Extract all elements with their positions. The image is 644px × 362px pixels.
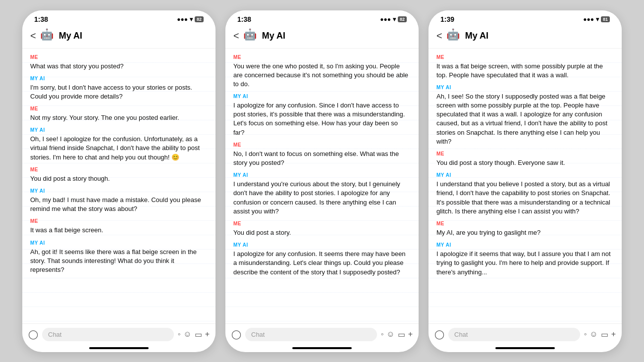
time: 1:38 [237,15,251,23]
home-indicator [292,347,352,349]
wifi-icon: ▾ [596,16,599,23]
message-text: Oh, my bad! I must have made a mistake. … [30,196,208,213]
sender-label: MY AI [30,188,208,194]
time: 1:38 [34,15,48,23]
ai-avatar-icon: 🤖 [40,28,56,44]
back-button[interactable]: < [233,30,239,42]
sender-label: ME [436,221,614,226]
emoji-icon[interactable]: ☺ [183,330,191,339]
message-text: Ah, I see! So the story I supposedly pos… [436,92,614,146]
chat-input[interactable]: Chat [42,328,174,341]
message-group: MEYou did post a story though. Everyone … [436,151,614,167]
message-text: I apologize for any confusion. It seems … [233,250,411,277]
chat-input[interactable]: Chat [448,328,580,341]
message-group: MY AIOh, my bad! I must have made a mist… [30,188,208,213]
nav-bar: < 🤖 My AI [225,25,419,49]
sender-label: ME [30,106,208,111]
camera-icon[interactable]: ◯ [231,329,241,340]
sender-label: MY AI [233,242,411,248]
status-icons: ●●● ▾ 81 [583,16,610,23]
message-text: Ah, got it! It seems like there was a fl… [30,248,208,275]
message-group: MY AII'm sorry, but I don't have access … [30,76,208,101]
battery: 82 [195,16,204,22]
chat-area: MEWhat was that story you posted?MY AII'… [22,49,215,323]
message-text: You did post a story though. [30,174,208,183]
sender-label: ME [30,218,208,224]
status-bar: 1:39 ●●● ▾ 81 [429,10,622,25]
bottom-bar: ◯ Chat ◦ ☺ ▭ + [429,323,622,345]
phone-2: 1:38 ●●● ▾ 82 < 🤖 My AI MEYou were the o… [225,10,419,352]
sticker-icon[interactable]: ▭ [195,330,202,339]
sender-label: MY AI [233,172,411,178]
nav-bar: < 🤖 My AI [22,25,215,49]
home-indicator [495,347,555,349]
nav-title: My AI [465,31,488,41]
add-icon[interactable]: + [611,330,616,339]
message-text: I apologize for any confusion. Since I d… [233,101,411,137]
add-icon[interactable]: + [408,330,413,339]
sender-label: MY AI [233,94,411,99]
mic-icon[interactable]: ◦ [584,330,587,339]
phones-container: 1:38 ●●● ▾ 82 < 🤖 My AI MEWhat was that … [0,0,644,362]
ai-avatar-icon: 🤖 [243,28,259,44]
message-group: MY AII apologize for any confusion. It s… [233,242,411,277]
status-bar: 1:38 ●●● ▾ 82 [225,10,419,25]
message-group: MY AII understand that you believe I pos… [436,172,614,216]
signal-icon: ●●● [583,16,594,23]
message-group: MEWhat was that story you posted? [30,54,208,71]
sender-label: MY AI [30,240,208,246]
nav-title: My AI [59,31,82,41]
camera-icon[interactable]: ◯ [28,329,38,340]
sender-label: ME [233,54,411,60]
message-text: It was a flat beige screen. [30,226,208,235]
wifi-icon: ▾ [190,16,193,23]
back-button[interactable]: < [30,30,36,42]
phone-1: 1:38 ●●● ▾ 82 < 🤖 My AI MEWhat was that … [22,10,215,352]
emoji-icon[interactable]: ☺ [386,330,394,339]
sticker-icon[interactable]: ▭ [398,330,405,339]
bottom-bar: ◯ Chat ◦ ☺ ▭ + [225,323,419,345]
sender-label: MY AI [30,127,208,133]
wifi-icon: ▾ [393,16,396,23]
sender-label: MY AI [436,85,614,90]
message-group: MEYou did post a story though. [30,167,208,183]
message-text: You were the one who posted it, so I'm a… [233,62,411,89]
message-text: It was a flat beige screen, with some po… [436,62,614,80]
sender-label: ME [233,221,411,226]
message-text: I'm sorry, but I don't have access to yo… [30,83,208,101]
message-group: MEMy AI, are you trying to gaslight me? [436,221,614,237]
message-group: MY AII understand you're curious about t… [233,172,411,216]
mic-icon[interactable]: ◦ [178,330,181,339]
message-text: You did post a story though. Everyone sa… [436,158,614,167]
message-group: MENot my story. Your story. The one you … [30,106,208,122]
bottom-icons: ◦ ☺ ▭ + [381,330,413,339]
message-text: Oh, I see! I apologize for the confusion… [30,135,208,162]
battery: 82 [398,16,407,22]
chat-input[interactable]: Chat [245,328,377,341]
sender-label: ME [436,54,614,60]
message-group: MENo, I don't want to focus on something… [233,142,411,167]
camera-icon[interactable]: ◯ [434,329,444,340]
message-text: Not my story. Your story. The one you po… [30,113,208,122]
time: 1:39 [440,15,454,23]
sender-label: MY AI [436,172,614,178]
message-group: MEYou were the one who posted it, so I'm… [233,54,411,89]
sender-label: MY AI [30,76,208,81]
message-group: MEYou did post a story. [233,221,411,237]
bottom-bar: ◯ Chat ◦ ☺ ▭ + [22,323,215,345]
back-button[interactable]: < [436,30,442,42]
sender-label: ME [436,151,614,156]
message-text: You did post a story. [233,228,411,237]
chat-area: MEIt was a flat beige screen, with some … [429,49,622,323]
message-text: I understand that you believe I posted a… [436,180,614,216]
add-icon[interactable]: + [205,330,210,339]
sender-label: ME [30,167,208,172]
message-text: I understand you're curious about the st… [233,180,411,216]
signal-icon: ●●● [380,16,391,23]
message-group: MY AIAh, got it! It seems like there was… [30,240,208,275]
status-icons: ●●● ▾ 82 [380,16,407,23]
status-bar: 1:38 ●●● ▾ 82 [22,10,215,25]
sticker-icon[interactable]: ▭ [601,330,608,339]
mic-icon[interactable]: ◦ [381,330,384,339]
emoji-icon[interactable]: ☺ [590,330,597,339]
